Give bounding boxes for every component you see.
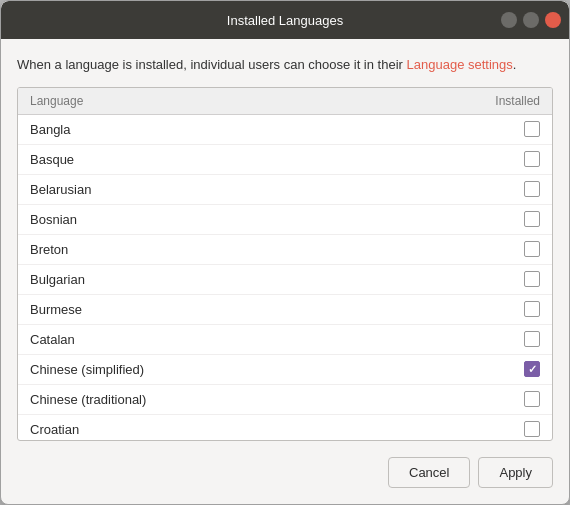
- minimize-button[interactable]: –: [501, 12, 517, 28]
- table-row[interactable]: Bangla: [18, 115, 552, 145]
- table-row[interactable]: Chinese (simplified): [18, 355, 552, 385]
- table-row[interactable]: Breton: [18, 235, 552, 265]
- table-row[interactable]: Bosnian: [18, 205, 552, 235]
- language-settings-link[interactable]: Language settings: [407, 57, 513, 72]
- column-header-installed: Installed: [495, 94, 540, 108]
- language-label: Croatian: [30, 422, 79, 437]
- language-label: Burmese: [30, 302, 82, 317]
- table-row[interactable]: Belarusian: [18, 175, 552, 205]
- language-label: Belarusian: [30, 182, 91, 197]
- table-row[interactable]: Basque: [18, 145, 552, 175]
- language-label: Bulgarian: [30, 272, 85, 287]
- language-checkbox[interactable]: [524, 361, 540, 377]
- apply-button[interactable]: Apply: [478, 457, 553, 488]
- info-text: When a language is installed, individual…: [17, 55, 553, 75]
- language-label: Breton: [30, 242, 68, 257]
- language-checkbox[interactable]: [524, 241, 540, 257]
- language-checkbox[interactable]: [524, 181, 540, 197]
- language-label: Bangla: [30, 122, 70, 137]
- language-label: Basque: [30, 152, 74, 167]
- titlebar: Installed Languages – □ ✕: [1, 1, 569, 39]
- titlebar-controls: – □ ✕: [481, 12, 561, 28]
- table-row[interactable]: Chinese (traditional): [18, 385, 552, 415]
- language-checkbox[interactable]: [524, 391, 540, 407]
- close-button[interactable]: ✕: [545, 12, 561, 28]
- table-row[interactable]: Croatian: [18, 415, 552, 441]
- table-body[interactable]: BanglaBasqueBelarusianBosnianBretonBulga…: [18, 115, 552, 441]
- table-row[interactable]: Burmese: [18, 295, 552, 325]
- language-checkbox[interactable]: [524, 331, 540, 347]
- language-checkbox[interactable]: [524, 121, 540, 137]
- language-checkbox[interactable]: [524, 151, 540, 167]
- table-row[interactable]: Catalan: [18, 325, 552, 355]
- language-label: Chinese (simplified): [30, 362, 144, 377]
- window-title: Installed Languages: [89, 13, 481, 28]
- content-area: When a language is installed, individual…: [1, 39, 569, 504]
- button-row: Cancel Apply: [17, 453, 553, 488]
- language-table: Language Installed BanglaBasqueBelarusia…: [17, 87, 553, 442]
- language-checkbox[interactable]: [524, 211, 540, 227]
- language-checkbox[interactable]: [524, 421, 540, 437]
- language-label: Bosnian: [30, 212, 77, 227]
- column-header-language: Language: [30, 94, 83, 108]
- language-checkbox[interactable]: [524, 301, 540, 317]
- maximize-button[interactable]: □: [523, 12, 539, 28]
- table-header: Language Installed: [18, 88, 552, 115]
- language-label: Catalan: [30, 332, 75, 347]
- cancel-button[interactable]: Cancel: [388, 457, 470, 488]
- main-window: Installed Languages – □ ✕ When a languag…: [0, 0, 570, 505]
- language-label: Chinese (traditional): [30, 392, 146, 407]
- table-row[interactable]: Bulgarian: [18, 265, 552, 295]
- language-checkbox[interactable]: [524, 271, 540, 287]
